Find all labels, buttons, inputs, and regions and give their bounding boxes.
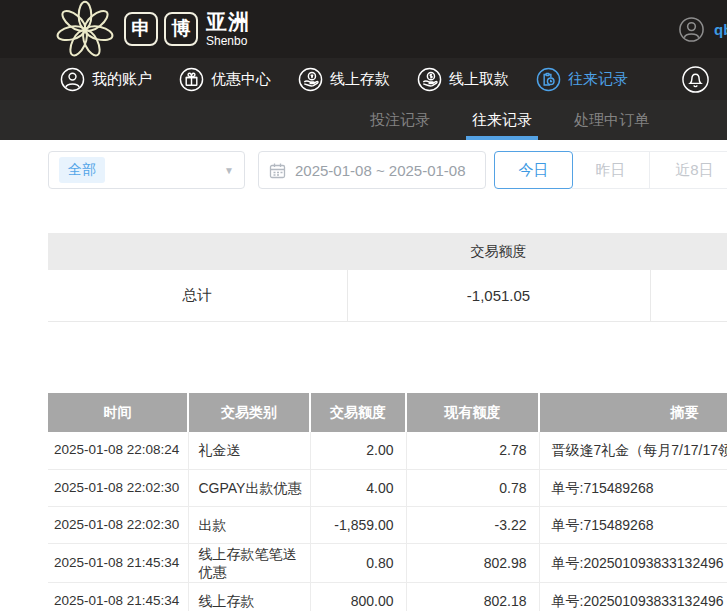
cell-time: 2025-01-08 21:45:34 <box>48 582 188 611</box>
cell-summary: 晋级逢7礼金（每月7/17/17领 <box>539 432 727 469</box>
nav-item-transaction-records[interactable]: 往来记录 <box>536 67 628 92</box>
transactions-header-row: 时间 交易类别 交易额度 现有额度 摘要 <box>48 393 727 432</box>
column-header-time: 时间 <box>48 393 188 432</box>
nav-label: 我的账户 <box>92 70 152 89</box>
cell-amount: -1,859.00 <box>310 506 406 543</box>
nav-item-online-deposit[interactable]: 线上存款 <box>298 67 390 92</box>
today-button[interactable]: 今日 <box>494 151 573 189</box>
cell-balance: -3.22 <box>406 506 539 543</box>
nav-label: 优惠中心 <box>211 70 271 89</box>
nav-label: 往来记录 <box>568 70 628 89</box>
gift-icon <box>179 67 204 92</box>
yesterday-button[interactable]: 昨日 <box>572 151 649 189</box>
column-header-summary: 摘要 <box>539 393 727 432</box>
table-row: 2025-01-08 22:08:24礼金送2.002.78晋级逢7礼金（每月7… <box>48 432 727 469</box>
brand-logo[interactable]: 申 博 亚洲 Shenbo <box>52 0 250 58</box>
logo-char-box-1: 申 <box>124 12 158 46</box>
sub-nav: 投注记录 往来记录 处理中订单 <box>0 100 727 140</box>
column-header-type: 交易类别 <box>188 393 310 432</box>
summary-total-row: 总计 -1,051.05 <box>48 270 727 322</box>
cell-amount: 4.00 <box>310 469 406 506</box>
tab-label: 往来记录 <box>472 111 532 130</box>
transactions-body: 2025-01-08 22:08:24礼金送2.002.78晋级逢7礼金（每月7… <box>48 432 727 611</box>
user-avatar-icon <box>678 16 705 43</box>
table-row: 2025-01-08 22:02:30出款-1,859.00-3.22单号:71… <box>48 506 727 543</box>
top-bar: 申 博 亚洲 Shenbo qb <box>0 0 727 58</box>
withdraw-icon <box>417 67 442 92</box>
user-account[interactable]: qb <box>678 0 727 58</box>
cell-type: CGPAY出款优惠 <box>188 469 310 506</box>
nav-item-my-account[interactable]: 我的账户 <box>60 67 152 92</box>
type-select[interactable]: 全部 ▼ <box>48 151 245 189</box>
user-icon <box>60 67 85 92</box>
main-nav: 我的账户 优惠中心 <box>0 58 727 100</box>
logo-region: 亚洲 Shenbo <box>206 11 250 47</box>
tab-betting-records[interactable]: 投注记录 <box>364 100 436 140</box>
logo-char-1: 申 <box>132 16 151 42</box>
summary-total-empty <box>650 270 727 322</box>
summary-header-row: 交易额度 <box>48 233 727 270</box>
tab-transaction-records[interactable]: 往来记录 <box>466 100 538 140</box>
date-range-value: 2025-01-08 ~ 2025-01-08 <box>295 162 466 179</box>
calendar-icon <box>269 162 286 179</box>
records-icon <box>536 67 561 92</box>
logo-char-2: 博 <box>172 16 191 42</box>
cell-summary: 单号:715489268 <box>539 506 727 543</box>
record-tabs: 投注记录 往来记录 处理中订单 <box>364 100 655 140</box>
column-header-amount: 交易额度 <box>310 393 406 432</box>
tab-label: 投注记录 <box>370 111 430 130</box>
username[interactable]: qb <box>714 21 727 38</box>
cell-summary: 单号:202501093833132496 <box>539 543 727 582</box>
summary-table: 交易额度 总计 -1,051.05 <box>48 233 727 322</box>
cell-amount: 2.00 <box>310 432 406 469</box>
chevron-down-icon: ▼ <box>224 165 234 176</box>
cell-type: 线上存款笔笔送优惠 <box>188 543 310 582</box>
cell-summary: 单号:202501093833132496 <box>539 582 727 611</box>
nav-label: 线上取款 <box>449 70 509 89</box>
nav-item-online-withdrawal[interactable]: 线上取款 <box>417 67 509 92</box>
deposit-icon <box>298 67 323 92</box>
quick-button-label: 今日 <box>519 161 549 180</box>
table-row: 2025-01-08 22:02:30CGPAY出款优惠4.000.78单号:7… <box>48 469 727 506</box>
cell-balance: 0.78 <box>406 469 539 506</box>
quick-date-buttons: 今日 昨日 近8日 <box>494 151 727 189</box>
cell-amount: 800.00 <box>310 582 406 611</box>
cell-time: 2025-01-08 22:02:30 <box>48 469 188 506</box>
last-8-days-button[interactable]: 近8日 <box>649 151 727 189</box>
cell-amount: 0.80 <box>310 543 406 582</box>
cell-type: 线上存款 <box>188 582 310 611</box>
logo-region-en: Shenbo <box>206 35 250 47</box>
date-range-input[interactable]: 2025-01-08 ~ 2025-01-08 <box>258 151 486 189</box>
table-row: 2025-01-08 21:45:34线上存款800.00802.18单号:20… <box>48 582 727 611</box>
cell-balance: 802.98 <box>406 543 539 582</box>
tab-label: 处理中订单 <box>574 111 649 130</box>
flower-logo-icon <box>52 0 118 58</box>
filter-bar: 全部 ▼ 2025-01-08 ~ 2025-01-08 今日 昨日 近8日 <box>48 151 727 189</box>
summary-total-label: 总计 <box>48 270 347 322</box>
cell-summary: 单号:715489268 <box>539 469 727 506</box>
summary-header-empty-2 <box>650 233 727 270</box>
table-row: 2025-01-08 21:45:34线上存款笔笔送优惠0.80802.98单号… <box>48 543 727 582</box>
summary-header-amount: 交易额度 <box>347 233 650 270</box>
quick-button-label: 昨日 <box>596 161 626 180</box>
quick-button-label: 近8日 <box>675 161 713 180</box>
notifications-button[interactable] <box>681 65 710 98</box>
cell-time: 2025-01-08 22:08:24 <box>48 432 188 469</box>
app-viewport: 申 博 亚洲 Shenbo qb <box>0 0 727 611</box>
cell-type: 出款 <box>188 506 310 543</box>
cell-time: 2025-01-08 22:02:30 <box>48 506 188 543</box>
column-header-balance: 现有额度 <box>406 393 539 432</box>
logo-region-cn: 亚洲 <box>206 11 250 32</box>
type-select-value: 全部 <box>59 157 105 183</box>
nav-item-promotions[interactable]: 优惠中心 <box>179 67 271 92</box>
tab-processing-orders[interactable]: 处理中订单 <box>568 100 655 140</box>
logo-char-box-2: 博 <box>164 12 198 46</box>
summary-total-value: -1,051.05 <box>347 270 650 322</box>
cell-balance: 802.18 <box>406 582 539 611</box>
transactions-table: 时间 交易类别 交易额度 现有额度 摘要 2025-01-08 22:08:24… <box>48 393 727 611</box>
nav-label: 线上存款 <box>330 70 390 89</box>
cell-balance: 2.78 <box>406 432 539 469</box>
cell-type: 礼金送 <box>188 432 310 469</box>
bell-icon <box>681 65 710 94</box>
summary-header-empty <box>48 233 347 270</box>
